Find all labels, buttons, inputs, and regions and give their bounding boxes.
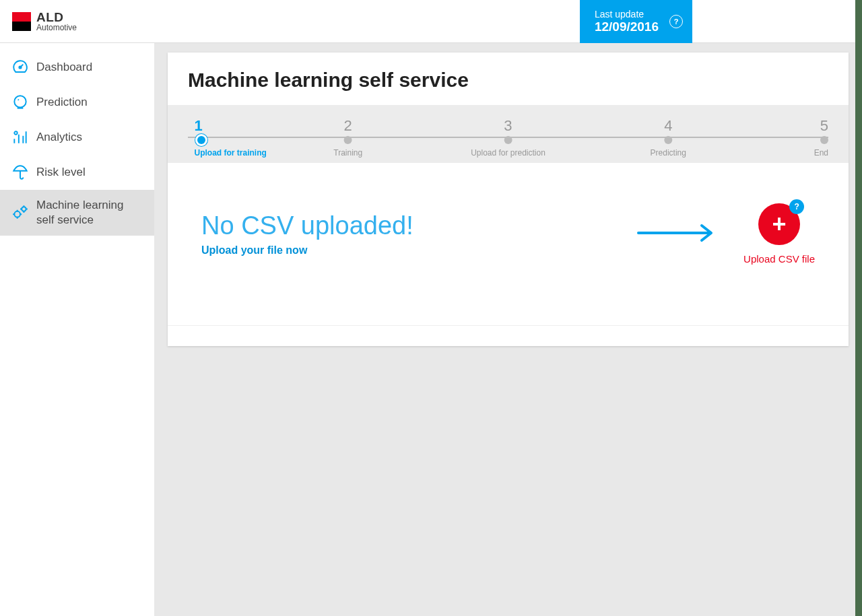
upload-csv-button[interactable]: + ? [758,203,800,245]
wizard-steps: 1 Upload for training 2 Training 3 Uploa… [168,105,849,163]
sidebar-item-dashboard[interactable]: Dashboard [0,50,154,85]
plus-icon: + [772,212,787,236]
step-5[interactable]: 5 End [814,117,828,158]
app-header: ALD Automotive Last update 12/09/2016 ? [0,0,862,43]
svg-point-3 [14,211,20,217]
brand-logo[interactable]: ALD Automotive [12,11,77,32]
step-number: 3 [471,117,545,135]
empty-state: No CSV uploaded! Upload your file now [201,211,609,256]
step-number: 4 [651,117,686,135]
upload-panel: No CSV uploaded! Upload your file now + … [168,163,849,326]
svg-point-4 [22,207,26,211]
window-border [855,0,862,616]
gears-icon [11,203,30,222]
sidebar-item-label: Machine learning self service [36,198,143,228]
empty-state-subtitle: Upload your file now [201,244,609,256]
last-update-label: Last update [595,9,659,20]
sidebar-item-label: Analytics [36,130,82,145]
sidebar-item-label: Prediction [36,95,88,110]
help-icon[interactable]: ? [669,15,683,28]
sidebar-item-label: Risk level [36,165,86,180]
sidebar-item-risk-level[interactable]: Risk level [0,155,154,190]
sidebar-item-ml-self-service[interactable]: Machine learning self service [0,190,154,236]
sidebar-item-prediction[interactable]: Prediction [0,85,154,120]
step-dot-icon [664,136,672,144]
brand-subtitle: Automotive [36,24,77,32]
page-title: Machine learning self service [168,53,849,105]
svg-point-1 [14,96,26,107]
sidebar: Dashboard Prediction Analytics Risk leve… [0,43,154,616]
step-dot-icon [197,136,205,144]
step-1[interactable]: 1 Upload for training [195,117,267,158]
arrow-right-icon [636,223,717,246]
step-label: Upload for prediction [471,148,545,158]
sidebar-item-label: Dashboard [36,60,92,75]
step-dot-icon [344,136,352,144]
step-dot-icon [504,136,512,144]
help-icon[interactable]: ? [789,199,804,214]
step-3[interactable]: 3 Upload for prediction [471,117,545,158]
step-label: Upload for training [195,148,267,158]
last-update-badge: Last update 12/09/2016 ? [580,0,692,43]
step-number: 5 [814,117,828,135]
umbrella-icon [11,163,30,182]
step-number: 1 [195,117,267,135]
step-label: Training [333,148,362,158]
brand-name: ALD [36,11,77,24]
step-dot-icon [820,136,828,144]
chart-icon [11,128,30,147]
upload-column: + ? Upload CSV file [743,203,815,265]
step-number: 2 [333,117,362,135]
brand-logo-mark [12,12,31,31]
step-label: End [814,148,828,158]
crystal-ball-icon [11,93,30,112]
svg-point-2 [14,131,17,134]
last-update-date: 12/09/2016 [595,20,659,34]
empty-state-title: No CSV uploaded! [201,211,609,240]
step-4[interactable]: 4 Predicting [651,117,686,158]
step-2[interactable]: 2 Training [333,117,362,158]
ml-card: Machine learning self service 1 Upload f… [168,53,849,346]
main-content: Machine learning self service 1 Upload f… [154,43,862,616]
gauge-icon [11,58,30,77]
upload-csv-label: Upload CSV file [743,253,815,265]
sidebar-item-analytics[interactable]: Analytics [0,120,154,155]
brand-logo-text: ALD Automotive [36,11,77,32]
step-label: Predicting [651,148,686,158]
